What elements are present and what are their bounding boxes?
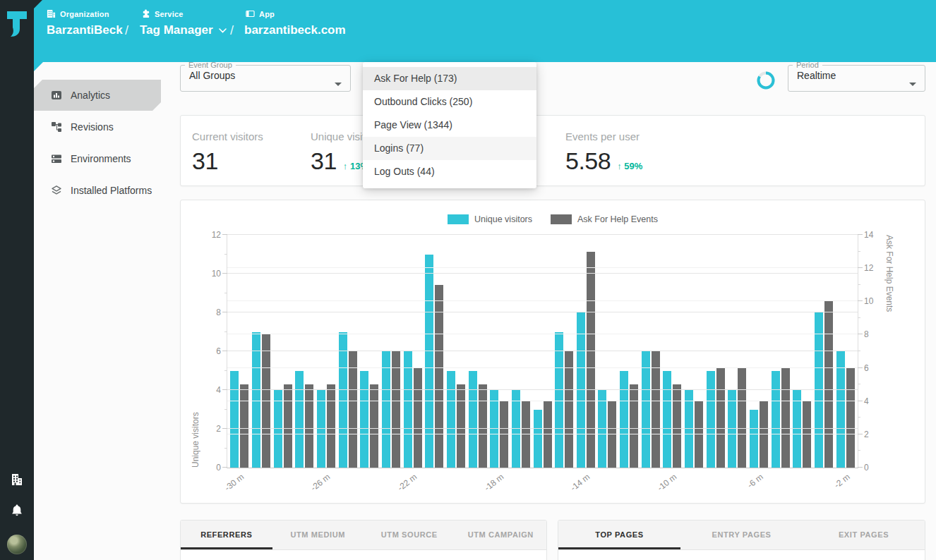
minor-tick-mark [224, 331, 227, 332]
bar-unique-visitors [750, 410, 758, 468]
menu-item-log-outs-44[interactable]: Log Outs (44) [363, 160, 536, 183]
legend-label: Unique visitors [474, 214, 532, 224]
bar-unique-visitors [425, 255, 433, 468]
menu-item-outbound-clicks-250[interactable]: Outbound Clicks (250) [363, 90, 536, 114]
breadcrumb-organization[interactable]: BarzantiBeck [47, 23, 123, 37]
tick-mark [222, 389, 227, 390]
bar-group-minute-23 [380, 235, 402, 468]
bar-unique-visitors [815, 312, 823, 468]
breadcrumb-service-dropdown[interactable]: Tag Manager [140, 23, 227, 37]
right-axis-tick-label: 6 [864, 363, 869, 373]
x-axis-tick-label: -6 m [745, 472, 765, 490]
sidebar-item-installed-platforms[interactable]: Installed Platforms [34, 175, 161, 206]
organization-label-group: Organization [47, 9, 109, 18]
bar-group-minute-24 [359, 235, 380, 468]
tab-utm-campaign[interactable]: UTM CAMPAIGN [455, 521, 547, 549]
bar-ask-for-help-events [349, 351, 357, 468]
bar-ask-for-help-events [565, 351, 573, 468]
tab-top-pages[interactable]: TOP PAGES [558, 521, 680, 549]
bar-group-minute-30: -30 m [229, 235, 251, 468]
left-axis-tick-label: 6 [216, 346, 221, 356]
bar-ask-for-help-events [846, 368, 855, 468]
service-label: Service [155, 10, 184, 18]
bar-group-minute-19 [467, 235, 488, 468]
bar-group-minute-8 [704, 235, 726, 468]
breadcrumb-app[interactable]: barzantibeck.com [244, 23, 346, 37]
sidebar-item-environments[interactable]: Environments [34, 143, 161, 174]
bar-group-minute-21 [424, 235, 445, 468]
tab-utm-source[interactable]: UTM SOURCE [364, 521, 455, 549]
tab-entry-pages[interactable]: ENTRY PAGES [680, 521, 803, 549]
bar-ask-for-help-events [738, 368, 746, 468]
tick-mark [858, 234, 863, 235]
layers-icon [51, 185, 62, 196]
sidebar-item-label: Environments [71, 153, 131, 164]
bar-unique-visitors [642, 351, 650, 468]
menu-item-ask-for-help-173[interactable]: Ask For Help (173) [363, 67, 536, 90]
sidebar-item-label: Analytics [71, 90, 110, 101]
avatar[interactable] [7, 535, 27, 554]
sidebar-item-analytics[interactable]: Analytics [34, 80, 161, 111]
tab-utm-medium[interactable]: UTM MEDIUM [272, 521, 364, 549]
tick-mark [222, 273, 227, 274]
tick-mark [858, 434, 863, 434]
stat-value: 31 [311, 147, 337, 175]
bar-ask-for-help-events [760, 401, 768, 468]
tick-mark [222, 428, 227, 429]
dropdown-arrow-icon [909, 83, 916, 86]
right-axis-tick-label: 14 [864, 230, 873, 240]
bar-ask-for-help-events [392, 351, 400, 468]
menu-item-page-view-1344[interactable]: Page View (1344) [363, 114, 536, 137]
bar-unique-visitors [534, 410, 542, 468]
legend-item-ask-for-help-events[interactable]: Ask For Help Events [551, 214, 658, 224]
left-axis-tick-label: 10 [212, 269, 221, 279]
gridline [227, 300, 858, 301]
chart-bars: -30 m-26 m-22 m-18 m-14 m-10 m-6 m-2 m [227, 235, 858, 468]
bar-group-minute-10: -10 m [661, 235, 683, 468]
bar-ask-for-help-events [695, 401, 703, 468]
tab-referrers[interactable]: REFERRERS [181, 521, 272, 549]
stat-events-per-user: Events per user 5.58 ↑ 59% [565, 130, 642, 175]
right-axis-tick-label: 0 [864, 463, 869, 473]
bar-group-minute-15 [553, 235, 575, 468]
x-axis-tick-label: -2 m [832, 472, 852, 490]
organizations-icon[interactable] [10, 473, 24, 487]
bar-ask-for-help-events [608, 401, 616, 468]
right-axis-tick-label: 12 [864, 263, 873, 273]
bar-group-minute-6: -6 m [748, 235, 770, 468]
tab-exit-pages[interactable]: EXIT PAGES [803, 521, 925, 549]
period-select[interactable]: Period Realtime [788, 61, 925, 92]
bar-group-minute-4 [791, 235, 813, 468]
gridline [227, 428, 858, 429]
event-group-select[interactable]: Event Group All Groups [180, 61, 351, 92]
app-logo[interactable] [3, 6, 31, 41]
bar-unique-visitors [360, 371, 368, 468]
bar-group-minute-22: -22 m [402, 235, 424, 468]
bar-group-minute-16 [532, 235, 553, 468]
stat-value: 31 [192, 147, 218, 175]
app-label-group: App [246, 9, 275, 18]
right-axis-tick-label: 4 [864, 396, 869, 406]
bar-ask-for-help-events [673, 384, 681, 468]
legend-item-unique-visitors[interactable]: Unique visitors [448, 214, 532, 224]
up-arrow-icon: ↑ [343, 161, 348, 171]
x-axis-tick-label: -14 m [569, 472, 592, 493]
notifications-bell-icon[interactable] [10, 504, 24, 518]
bar-ask-for-help-events [630, 384, 638, 468]
organization-label: Organization [60, 10, 109, 18]
stat-label: Events per user [565, 130, 642, 142]
minor-tick-mark [224, 448, 227, 449]
bar-group-minute-17 [510, 235, 532, 468]
bar-group-minute-18: -18 m [488, 235, 510, 468]
bar-group-minute-14: -14 m [575, 235, 597, 468]
menu-item-logins-77[interactable]: Logins (77) [363, 137, 536, 160]
bar-ask-for-help-events [240, 384, 248, 468]
tick-mark [858, 267, 863, 268]
bar-group-minute-29 [251, 235, 272, 468]
bar-unique-visitors [295, 371, 304, 468]
gridline [227, 401, 858, 401]
bar-ask-for-help-events [327, 384, 335, 468]
x-axis-tick-label: -10 m [655, 472, 678, 493]
sidebar-item-revisions[interactable]: Revisions [34, 111, 161, 142]
tick-mark [222, 467, 227, 468]
